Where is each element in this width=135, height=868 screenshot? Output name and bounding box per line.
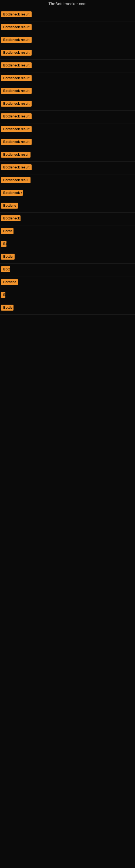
bottleneck-badge[interactable]: Bo: [1, 241, 6, 247]
bottleneck-badge[interactable]: Bottleneck result: [1, 50, 32, 56]
result-row: Bottlene: [0, 276, 135, 289]
bottleneck-badge[interactable]: Bottleneck result: [1, 24, 32, 30]
result-row: Bottleneck result: [0, 111, 135, 123]
bottleneck-badge[interactable]: Bottleneck result: [1, 126, 32, 132]
bottleneck-badge[interactable]: Bottleneck result: [1, 11, 32, 18]
bottleneck-badge[interactable]: Bottleneck resul: [1, 152, 31, 158]
bottleneck-badge[interactable]: Bottleneck result: [1, 88, 32, 94]
bottleneck-badge[interactable]: Bottleneck r: [1, 190, 23, 196]
bottleneck-badge[interactable]: Bottle: [1, 228, 13, 234]
bottleneck-badge[interactable]: Bottleneck result: [1, 139, 32, 145]
result-row: Bottleneck result: [0, 72, 135, 85]
result-row: Bottleneck result: [0, 9, 135, 22]
result-row: Bottle: [0, 225, 135, 238]
result-row: Bottleneck result: [0, 47, 135, 60]
bottleneck-badge[interactable]: Bottlene: [1, 203, 18, 209]
result-row: Bottleneck result: [0, 123, 135, 136]
result-row: Bottlene: [0, 200, 135, 213]
bottleneck-badge[interactable]: Bottleneck result: [1, 62, 32, 68]
bottleneck-badge[interactable]: Bottleneck resul: [1, 177, 31, 183]
bottleneck-badge[interactable]: Bottleneck: [1, 215, 20, 221]
result-row: Bottleneck result: [0, 22, 135, 34]
result-row: Bottleneck result: [0, 60, 135, 72]
result-row: Bottleneck result: [0, 34, 135, 47]
bottleneck-badge[interactable]: Bott: [1, 267, 10, 272]
result-row: Bottleneck result: [0, 98, 135, 111]
result-row: Bottleneck resul: [0, 175, 135, 187]
bottleneck-badge[interactable]: Bottlene: [1, 279, 18, 285]
result-row: Bottler: [0, 251, 135, 264]
bottleneck-badge[interactable]: Bottleneck result: [1, 75, 32, 81]
result-row: Bottleneck resul: [0, 149, 135, 162]
result-row: B: [0, 289, 135, 302]
results-container: Bottleneck resultBottleneck resultBottle…: [0, 9, 135, 315]
result-row: Bottleneck result: [0, 85, 135, 98]
bottleneck-badge[interactable]: Bottleneck result: [1, 37, 32, 43]
result-row: Bottleneck result: [0, 136, 135, 149]
result-row: Bottleneck r: [0, 187, 135, 200]
bottleneck-badge[interactable]: Bottleneck result: [1, 101, 32, 106]
result-row: Bottle: [0, 302, 135, 315]
result-row: Bottleneck: [0, 213, 135, 225]
bottleneck-badge[interactable]: B: [1, 292, 5, 298]
result-row: Bott: [0, 264, 135, 276]
bottleneck-badge[interactable]: Bottler: [1, 254, 14, 259]
bottleneck-badge[interactable]: Bottleneck result: [1, 164, 32, 170]
result-row: Bo: [0, 238, 135, 251]
result-row: Bottleneck result: [0, 162, 135, 175]
site-title: TheBottlenecker.com: [0, 0, 135, 9]
bottleneck-badge[interactable]: Bottle: [1, 305, 13, 311]
bottleneck-badge[interactable]: Bottleneck result: [1, 113, 32, 119]
